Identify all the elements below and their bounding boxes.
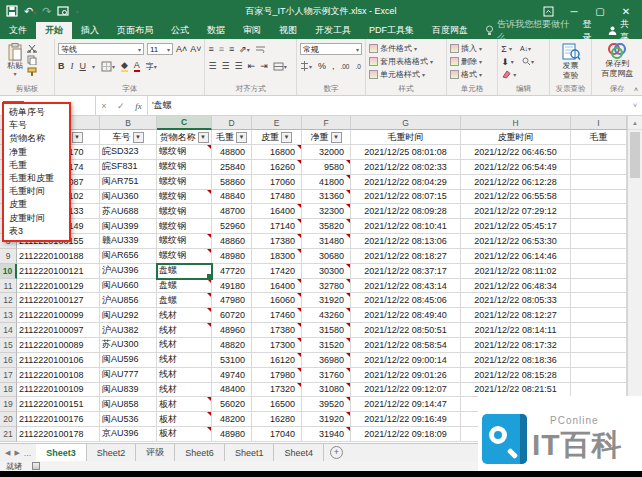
decrease-decimal-icon[interactable]: .0 (355, 63, 360, 70)
name-dropdown-item[interactable]: 毛重 (4, 159, 69, 172)
sheet-nav-right-icon[interactable]: ▶ (14, 449, 19, 457)
formula-input[interactable]: '盘螺 (148, 96, 628, 115)
style-item-套用表格格式[interactable]: 套用表格格式▾ (369, 55, 443, 68)
cell-C7[interactable]: 螺纹钢 (157, 219, 212, 234)
cell-A13[interactable]: 2112220100099 (17, 308, 100, 323)
font-color-icon[interactable]: A (134, 61, 140, 72)
cell-H10[interactable]: 2021/12/22 08:11:02 (461, 264, 571, 279)
cell-G6[interactable]: 2021/12/22 08:09:28 (351, 204, 461, 219)
cell-D15[interactable]: 48820 (212, 338, 252, 353)
cell-I4[interactable] (571, 175, 627, 190)
fill-icon[interactable]: ⬇ (501, 57, 509, 67)
cell-D2[interactable]: 48800 (212, 145, 252, 160)
cell-B13[interactable]: 闽AU292 (100, 308, 157, 323)
cell-I6[interactable] (571, 204, 627, 219)
cell-D17[interactable]: 49740 (212, 368, 252, 383)
cell-C4[interactable]: 螺纹钢 (157, 175, 212, 190)
cell-H16[interactable]: 2021/12/22 08:18:36 (461, 353, 571, 368)
cell-B21[interactable]: 京AU396 (100, 427, 157, 442)
cell-E12[interactable]: 16060 (252, 293, 302, 308)
cell-B18[interactable]: 闽AU839 (100, 383, 157, 398)
cell-G4[interactable]: 2021/12/22 08:04:29 (351, 175, 461, 190)
cell-F4[interactable]: 41800 (302, 175, 351, 190)
cell-E6[interactable]: 16400 (252, 204, 302, 219)
cell-F17[interactable]: 31760 (302, 368, 351, 383)
format-painter-icon[interactable] (27, 67, 37, 77)
cell-G16[interactable]: 2021/12/22 09:00:14 (351, 353, 461, 368)
paste-button[interactable]: 粘贴 ▾ (3, 42, 27, 80)
cell-H4[interactable]: 2021/12/22 06:12:28 (461, 175, 571, 190)
cell-I7[interactable] (571, 219, 627, 234)
cell-B11[interactable]: 闽AU660 (100, 279, 157, 294)
cell-H2[interactable]: 2021/12/22 06:46:50 (461, 145, 571, 160)
cell-A10[interactable]: 2112220100121 (17, 264, 100, 279)
cell-F16[interactable]: 36980 (302, 353, 351, 368)
row-header-20[interactable]: 20 (0, 412, 17, 427)
cell-I8[interactable] (571, 234, 627, 249)
align-left-icon[interactable]: ☰ (208, 61, 216, 71)
cell-G20[interactable]: 2021/12/22 09:16:49 (351, 412, 461, 427)
cell-B14[interactable]: 沪AU382 (100, 323, 157, 338)
font-size-select[interactable]: 11▾ (147, 43, 173, 55)
cell-D7[interactable]: 52960 (212, 219, 252, 234)
cell-B10[interactable]: 沪AU396 (100, 264, 157, 279)
filter-icon[interactable]: ▼ (198, 132, 209, 143)
collapse-ribbon-icon[interactable]: ˄ (634, 86, 638, 93)
macro-record-icon[interactable] (32, 462, 40, 470)
comma-icon[interactable]: , (332, 61, 335, 71)
cell-G21[interactable]: 2021/12/22 09:18:09 (351, 427, 461, 442)
column-header-C[interactable]: C (157, 116, 212, 130)
cell-H15[interactable]: 2021/12/22 08:17:32 (461, 338, 571, 353)
cell-H6[interactable]: 2021/12/22 07:29:12 (461, 204, 571, 219)
row-header-17[interactable]: 17 (0, 368, 17, 383)
cell-E14[interactable]: 17380 (252, 323, 302, 338)
cell-item-插入[interactable]: 插入▾ (450, 42, 494, 55)
cell-H14[interactable]: 2021/12/22 08:14:11 (461, 323, 571, 338)
scrollbar-thumb[interactable] (630, 132, 640, 178)
cell-C8[interactable]: 螺纹钢 (157, 234, 212, 249)
cell-B4[interactable]: 闽AR751 (100, 175, 157, 190)
cell-C20[interactable]: 板材 (157, 412, 212, 427)
cell-C21[interactable]: 板材 (157, 427, 212, 442)
cell-D14[interactable]: 48960 (212, 323, 252, 338)
cell-G9[interactable]: 2021/12/22 08:18:27 (351, 249, 461, 264)
cell-E11[interactable]: 16400 (252, 279, 302, 294)
cell-E7[interactable]: 17140 (252, 219, 302, 234)
cell-C18[interactable]: 线材 (157, 383, 212, 398)
cell-F5[interactable]: 31360 (302, 190, 351, 205)
undo-icon[interactable]: ↶▾ (24, 5, 36, 18)
wrap-text-icon[interactable] (255, 45, 266, 54)
name-dropdown-item[interactable]: 毛重和皮重 (4, 172, 69, 185)
ribbon-tab-页面布局[interactable]: 页面布局 (108, 22, 162, 39)
cell-F2[interactable]: 32000 (302, 145, 351, 160)
row-header-9[interactable]: 9 (0, 249, 17, 264)
insert-function-icon[interactable]: fx (135, 101, 142, 111)
cell-D10[interactable]: 47720 (212, 264, 252, 279)
cell-F7[interactable]: 35820 (302, 219, 351, 234)
ribbon-tab-插入[interactable]: 插入 (72, 22, 108, 39)
sheet-tab-Sheet3[interactable]: Sheet3 (36, 444, 87, 461)
cell-E9[interactable]: 18300 (252, 249, 302, 264)
column-header-B[interactable]: B (100, 116, 157, 130)
cell-I2[interactable] (571, 145, 627, 160)
cell-G7[interactable]: 2021/12/22 08:10:41 (351, 219, 461, 234)
cell-G3[interactable]: 2021/12/22 08:02:33 (351, 160, 461, 175)
cell-G13[interactable]: 2021/12/22 08:49:40 (351, 308, 461, 323)
cell-F3[interactable]: 9580 (302, 160, 351, 175)
cell-B9[interactable]: 闽AR656 (100, 249, 157, 264)
font-name-select[interactable]: 等线▾ (58, 43, 144, 55)
cell-F14[interactable]: 31580 (302, 323, 351, 338)
row-header-14[interactable]: 14 (0, 323, 17, 338)
cell-F10[interactable]: 30300 (302, 264, 351, 279)
cell-B12[interactable]: 沪AU856 (100, 293, 157, 308)
cell-A16[interactable]: 2112220100106 (17, 353, 100, 368)
cell-A15[interactable]: 2112220100089 (17, 338, 100, 353)
row-header-18[interactable]: 18 (0, 383, 17, 398)
invoice-check-button[interactable]: 发票 查验 (553, 42, 589, 82)
ribbon-tab-文件[interactable]: 文件 (0, 22, 36, 39)
cell-D13[interactable]: 60720 (212, 308, 252, 323)
sheet-tab-Sheet6[interactable]: Sheet6 (175, 444, 225, 461)
column-header-F[interactable]: F (302, 116, 351, 130)
cell-I9[interactable] (571, 249, 627, 264)
cell-G12[interactable]: 2021/12/22 08:45:06 (351, 293, 461, 308)
